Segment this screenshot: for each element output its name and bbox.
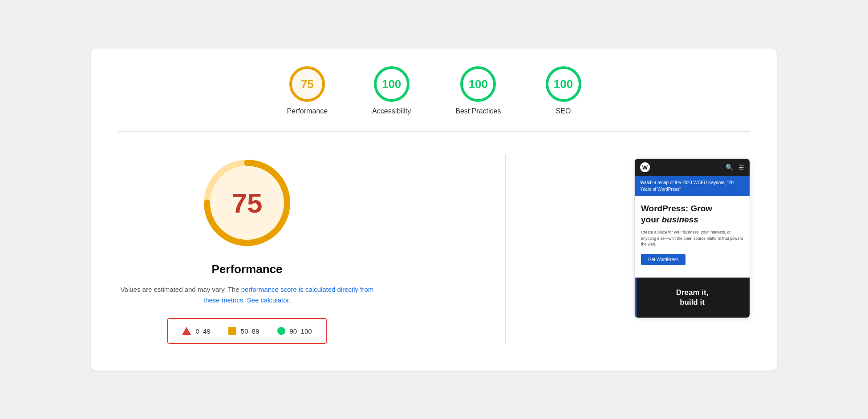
wp-heading-line1: WordPress: Grow	[641, 204, 712, 213]
wp-footer-line1: Dream it,	[676, 288, 709, 297]
wp-banner: Watch a recap of the 2023 WCEU Keynote, …	[635, 176, 750, 196]
performance-title: Performance	[212, 262, 283, 276]
wp-body-text: Create a place for your business, your i…	[641, 230, 743, 248]
menu-icon: ☰	[738, 164, 744, 171]
low-icon	[182, 327, 191, 335]
main-content: 75 Performance Values are estimated and …	[118, 154, 750, 344]
score-item-accessibility: 100 Accessibility	[372, 66, 411, 115]
scores-row: 75 Performance 100 Accessibility 100 Bes…	[118, 66, 750, 132]
calculator-link[interactable]: See calculator.	[247, 296, 291, 304]
wp-footer-image: Dream it, build it	[635, 278, 750, 318]
score-value-accessibility: 100	[382, 77, 401, 91]
wp-get-button[interactable]: Get WordPress	[641, 254, 685, 265]
score-value-seo: 100	[554, 77, 573, 91]
score-label-seo: SEO	[556, 107, 571, 115]
gauge-container: 75	[198, 154, 296, 252]
performance-description: Values are estimated and may vary. The p…	[118, 284, 376, 306]
wp-content-area: WordPress: Grow your business Create a p…	[635, 196, 750, 278]
wp-heading: WordPress: Grow your business	[641, 203, 743, 225]
legend-box: 0–49 50–89 90–100	[167, 318, 327, 344]
score-item-seo: 100 SEO	[546, 66, 581, 115]
score-circle-performance: 75	[289, 66, 325, 102]
score-label-accessibility: Accessibility	[372, 107, 411, 115]
score-circle-accessibility: 100	[374, 66, 410, 102]
score-value-best-practices: 100	[469, 77, 488, 91]
gauge-number: 75	[232, 187, 263, 219]
wp-logo: W	[640, 162, 650, 172]
score-circle-seo: 100	[546, 66, 581, 102]
legend-range-high: 90–100	[290, 327, 312, 335]
score-item-performance: 75 Performance	[287, 66, 328, 115]
score-label-best-practices: Best Practices	[455, 107, 501, 115]
wp-heading-line2-plain: your	[641, 215, 661, 224]
description-text: Values are estimated and may vary. The	[121, 286, 239, 293]
wp-footer-accent	[635, 278, 637, 318]
legend-item-medium: 50–89	[228, 327, 260, 335]
legend-range-low: 0–49	[195, 327, 210, 335]
wp-heading-line2-italic: business	[661, 215, 698, 224]
score-value-performance: 75	[301, 77, 314, 91]
legend-item-high: 90–100	[277, 327, 312, 335]
wp-top-bar: W 🔍 ☰	[635, 159, 750, 176]
legend-range-medium: 50–89	[241, 327, 260, 335]
score-label-performance: Performance	[287, 107, 328, 115]
high-icon	[277, 327, 285, 335]
medium-icon	[228, 327, 236, 335]
main-card: 75 Performance 100 Accessibility 100 Bes…	[91, 48, 777, 371]
wp-footer-line2: build it	[680, 298, 705, 306]
score-item-best-practices: 100 Best Practices	[455, 66, 501, 115]
legend-item-low: 0–49	[182, 327, 210, 335]
left-section: 75 Performance Values are estimated and …	[118, 154, 376, 344]
search-icon: 🔍	[726, 164, 733, 171]
wp-icons: 🔍 ☰	[726, 164, 744, 171]
section-divider	[505, 154, 506, 344]
wp-footer-text: Dream it, build it	[676, 288, 709, 307]
score-circle-best-practices: 100	[460, 66, 496, 102]
mobile-preview: W 🔍 ☰ Watch a recap of the 2023 WCEU Key…	[634, 158, 750, 318]
